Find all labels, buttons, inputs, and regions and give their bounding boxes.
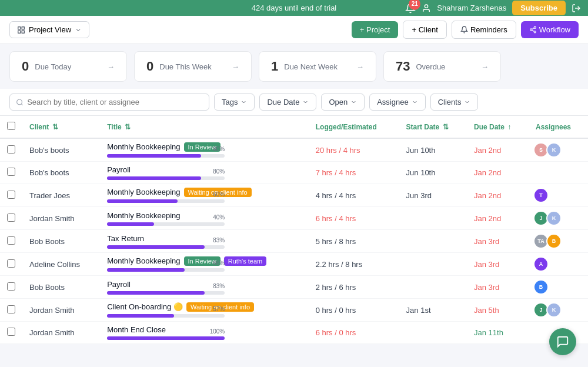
assignees-header: Assignees bbox=[529, 116, 588, 138]
start-date: Jan 1st bbox=[406, 306, 431, 315]
row-checkbox[interactable] bbox=[7, 259, 15, 268]
due-date: Jan 2nd bbox=[474, 146, 501, 155]
progress-bar: 83% bbox=[107, 245, 225, 249]
start-date-header[interactable]: Start Date ⇅ bbox=[399, 116, 467, 138]
project-view-button[interactable]: Project View bbox=[9, 21, 89, 38]
add-client-button[interactable]: + Client bbox=[403, 21, 446, 39]
avatar: K bbox=[546, 211, 562, 226]
open-filter[interactable]: Open bbox=[321, 94, 365, 111]
workflow-button[interactable]: Workflow bbox=[521, 21, 579, 38]
assignees: JK bbox=[536, 211, 581, 226]
clients-filter[interactable]: Clients bbox=[430, 94, 479, 111]
assignees: JK bbox=[536, 302, 581, 318]
search-wrap[interactable] bbox=[9, 94, 209, 111]
project-view-label: Project View bbox=[29, 25, 71, 34]
svg-rect-3 bbox=[22, 26, 24, 29]
progress-bar: 66% bbox=[107, 268, 225, 272]
row-checkbox[interactable] bbox=[7, 191, 15, 199]
row-checkbox[interactable] bbox=[7, 328, 15, 336]
row-checkbox[interactable] bbox=[7, 305, 15, 313]
client-name: Trader Joes bbox=[29, 191, 70, 200]
task-title: Client On-boarding bbox=[107, 302, 171, 311]
logged-hours: 20 hrs / 4 hrs bbox=[316, 146, 360, 155]
task-title: Monthly Bookkeeping bbox=[107, 256, 180, 265]
grid-icon bbox=[17, 26, 25, 34]
filter-row: Tags Due Date Open Assignee Clients bbox=[0, 89, 588, 116]
progress-fill bbox=[107, 199, 178, 203]
avatar: T bbox=[533, 188, 549, 203]
svg-line-12 bbox=[21, 104, 22, 105]
svg-point-7 bbox=[530, 29, 532, 31]
table-row: Bob Boots Payroll 83% 2 hrs / 6 hrsJan 3… bbox=[0, 276, 588, 299]
progress-label: 66% bbox=[213, 260, 225, 266]
title-header[interactable]: Title ⇅ bbox=[100, 116, 309, 138]
task-title: Monthly Bookkeeping bbox=[107, 142, 180, 151]
row-checkbox[interactable] bbox=[7, 236, 15, 245]
table-row: Bob's boots Monthly BookkeepingIn Review… bbox=[0, 138, 588, 162]
client-header[interactable]: Client ⇅ bbox=[22, 116, 100, 138]
progress-fill bbox=[107, 154, 201, 158]
row-checkbox[interactable] bbox=[7, 168, 15, 176]
table-row: Adeline Collins Monthly BookkeepingIn Re… bbox=[0, 253, 588, 276]
start-date: Jun 10th bbox=[406, 146, 436, 155]
progress-label: 83% bbox=[213, 283, 225, 289]
assignees: A bbox=[536, 256, 581, 272]
client-name: Jordan Smith bbox=[29, 328, 75, 337]
row-checkbox[interactable] bbox=[7, 282, 15, 291]
bell-icon bbox=[460, 26, 468, 34]
tasks-table: Client ⇅ Title ⇅ Logged/Estimated Start … bbox=[0, 116, 588, 344]
progress-fill bbox=[107, 222, 154, 226]
logged-hours: 2 hrs / 6 hrs bbox=[316, 283, 356, 292]
chevron-down-icon bbox=[412, 99, 418, 105]
avatar: B bbox=[546, 233, 562, 249]
exit-icon[interactable] bbox=[572, 4, 581, 13]
row-checkbox[interactable] bbox=[7, 213, 15, 222]
due-date-header[interactable]: Due Date ↑ bbox=[467, 116, 529, 138]
subscribe-button[interactable]: Subscribe bbox=[512, 1, 566, 15]
progress-bar: 57% bbox=[107, 314, 225, 318]
task-title: Monthly Bookkeeping bbox=[107, 211, 180, 220]
task-title: Month End Close bbox=[107, 325, 166, 334]
client-name: Bob's boots bbox=[29, 168, 69, 177]
avatar: K bbox=[546, 302, 562, 318]
due-date: Jan 3rd bbox=[474, 260, 499, 269]
progress-label: 80% bbox=[213, 168, 225, 175]
progress-bar: 100% bbox=[107, 336, 225, 340]
row-checkbox[interactable] bbox=[7, 145, 15, 154]
trial-text: 424 days until end of trial bbox=[252, 4, 337, 12]
start-date: Jun 3rd bbox=[406, 191, 432, 200]
tags-filter[interactable]: Tags bbox=[214, 94, 255, 111]
toolbar: Project View + Project + Client Reminder… bbox=[0, 16, 588, 44]
progress-bar: 80% bbox=[107, 154, 225, 158]
assignees: TAB bbox=[536, 233, 581, 249]
logged-hours: 0 hrs / 0 hrs bbox=[316, 306, 356, 315]
reminders-button[interactable]: Reminders bbox=[452, 21, 516, 39]
progress-bar: 40% bbox=[107, 222, 225, 226]
logged-hours: 5 hrs / 8 hrs bbox=[316, 237, 356, 246]
notifications[interactable]: 21 bbox=[405, 3, 416, 14]
client-name: Jordan Smith bbox=[29, 214, 75, 223]
table-row: Bob Boots Tax Return 83% 5 hrs / 8 hrsJa… bbox=[0, 230, 588, 253]
stat-card-1[interactable]: 0 Due This Week → bbox=[134, 51, 252, 82]
progress-label: 83% bbox=[213, 237, 225, 243]
notification-count: 21 bbox=[409, 0, 420, 10]
due-date-filter[interactable]: Due Date bbox=[259, 94, 316, 111]
search-icon bbox=[16, 98, 24, 106]
search-input[interactable] bbox=[27, 98, 203, 106]
due-date: Jan 3rd bbox=[474, 237, 499, 246]
logged-hours: 4 hrs / 4 hrs bbox=[316, 191, 356, 200]
user-icon bbox=[422, 4, 431, 13]
chevron-down-icon bbox=[464, 99, 470, 105]
stat-card-2[interactable]: 1 Due Next Week → bbox=[259, 51, 376, 82]
due-date: Jan 3rd bbox=[474, 283, 499, 292]
select-all-header[interactable] bbox=[0, 116, 22, 138]
assignees: SK bbox=[536, 142, 581, 158]
stat-card-0[interactable]: 0 Due Today → bbox=[9, 51, 127, 82]
chevron-down-icon bbox=[240, 99, 247, 105]
progress-fill bbox=[107, 314, 174, 318]
avatar: B bbox=[533, 279, 549, 295]
stat-card-3[interactable]: 73 Overdue → bbox=[383, 51, 501, 82]
task-title: Payroll bbox=[107, 165, 131, 174]
assignee-filter[interactable]: Assignee bbox=[369, 94, 425, 111]
add-project-button[interactable]: + Project bbox=[352, 21, 399, 38]
